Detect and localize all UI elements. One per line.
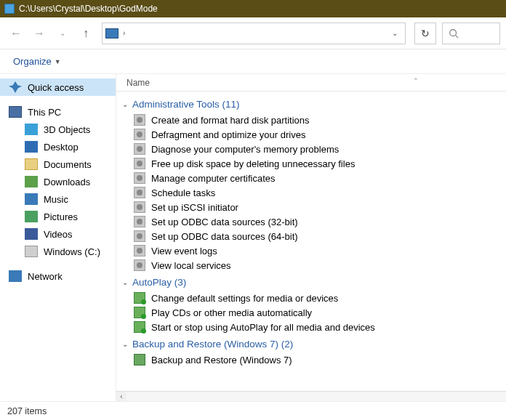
- window-icon: [4, 4, 15, 14]
- nav-label: Quick access: [28, 82, 84, 93]
- item-icon: [134, 354, 145, 366]
- item-label: Set up ODBC data sources (64-bit): [151, 231, 298, 242]
- item-icon: [134, 245, 145, 257]
- list-item[interactable]: View event logs: [121, 243, 506, 258]
- list-item[interactable]: Set up ODBC data sources (32-bit): [121, 214, 506, 229]
- downloads-icon: [25, 176, 38, 187]
- nav-this-pc[interactable]: This PC: [0, 103, 116, 121]
- nav-label: Windows (C:): [44, 246, 100, 257]
- list-item[interactable]: Change default settings for media or dev…: [121, 291, 506, 305]
- item-label: View local services: [151, 260, 231, 271]
- address-dropdown-caret[interactable]: ⌄: [387, 29, 402, 37]
- address-caret-icon: ›: [123, 29, 125, 37]
- list-item[interactable]: Start or stop using AutoPlay for all med…: [121, 320, 506, 334]
- item-label: Manage computer certificates: [151, 173, 276, 184]
- list-item[interactable]: Defragment and optimize your drives: [121, 127, 506, 142]
- nav-3d-objects[interactable]: 3D Objects: [0, 121, 116, 138]
- items-view[interactable]: ⌄Administrative Tools (11)Create and for…: [116, 92, 506, 391]
- desktop-icon: [25, 141, 38, 153]
- list-item[interactable]: Manage computer certificates: [121, 171, 506, 185]
- cube-icon: [25, 124, 38, 135]
- nav-label: Desktop: [44, 142, 79, 153]
- nav-windows-c[interactable]: Windows (C:): [0, 243, 116, 260]
- sort-caret-icon: ⌃: [413, 77, 419, 84]
- item-label: Backup and Restore (Windows 7): [151, 355, 292, 366]
- forward-button[interactable]: →: [29, 23, 49, 44]
- item-icon: [134, 172, 145, 184]
- organize-button[interactable]: Organize ▼: [9, 53, 65, 70]
- item-label: Change default settings for media or dev…: [151, 293, 338, 304]
- search-icon: [449, 28, 459, 39]
- documents-icon: [25, 158, 38, 170]
- group-name: Backup and Restore (Windows 7) (2): [132, 339, 293, 350]
- item-icon: [134, 292, 145, 304]
- list-item[interactable]: Backup and Restore (Windows 7): [121, 352, 506, 367]
- column-header-name[interactable]: Name: [126, 78, 150, 88]
- item-icon: [134, 307, 145, 318]
- nav-downloads[interactable]: Downloads: [0, 173, 116, 190]
- list-item[interactable]: Free up disk space by deleting unnecessa…: [121, 156, 506, 171]
- list-item[interactable]: Play CDs or other media automatically: [121, 305, 506, 320]
- list-item[interactable]: View local services: [121, 258, 506, 272]
- nav-label: Pictures: [44, 211, 78, 222]
- nav-label: Downloads: [44, 177, 90, 187]
- list-item[interactable]: Set up iSCSI initiator: [121, 200, 506, 214]
- list-item[interactable]: Set up ODBC data sources (64-bit): [121, 229, 506, 243]
- list-item[interactable]: Diagnose your computer's memory problems: [121, 142, 506, 156]
- item-label: Create and format hard disk partitions: [151, 115, 310, 126]
- navigation-pane: Quick access This PC 3D Objects Desktop …: [0, 74, 116, 401]
- window-title: C:\Users\Crystal\Desktop\GodMode: [19, 4, 158, 14]
- organize-label: Organize: [13, 56, 52, 67]
- scroll-track[interactable]: [126, 392, 506, 401]
- title-bar: C:\Users\Crystal\Desktop\GodMode: [0, 0, 506, 17]
- up-button[interactable]: ↑: [76, 23, 96, 44]
- search-box[interactable]: [442, 23, 500, 44]
- nav-network[interactable]: Network: [0, 267, 116, 285]
- address-bar[interactable]: › ⌄: [102, 23, 406, 44]
- pictures-icon: [25, 211, 38, 222]
- list-item[interactable]: Schedule tasks: [121, 185, 506, 200]
- navigation-toolbar: ← → ⌄ ↑ › ⌄ ↻: [0, 17, 506, 49]
- back-button[interactable]: ←: [6, 23, 26, 44]
- item-icon: [134, 114, 145, 126]
- item-label: Set up ODBC data sources (32-bit): [151, 217, 298, 227]
- nav-label: 3D Objects: [44, 124, 90, 135]
- nav-documents[interactable]: Documents: [0, 156, 116, 173]
- content-pane: Name ⌃ ⌄Administrative Tools (11)Create …: [116, 74, 506, 401]
- pc-icon: [9, 106, 22, 118]
- svg-line-1: [456, 35, 459, 38]
- horizontal-scrollbar[interactable]: ‹: [116, 391, 506, 401]
- nav-videos[interactable]: Videos: [0, 225, 116, 243]
- group-header[interactable]: ⌄AutoPlay (3): [121, 272, 506, 291]
- recent-caret[interactable]: ⌄: [52, 23, 73, 44]
- refresh-button[interactable]: ↻: [414, 23, 436, 44]
- item-icon: [134, 187, 145, 198]
- item-icon: [134, 230, 145, 242]
- item-icon: [134, 129, 145, 140]
- nav-quick-access[interactable]: Quick access: [0, 78, 116, 96]
- nav-label: This PC: [28, 107, 61, 118]
- nav-desktop[interactable]: Desktop: [0, 138, 116, 156]
- chevron-down-icon: ⌄: [121, 100, 129, 108]
- nav-music[interactable]: Music: [0, 190, 116, 208]
- item-icon: [134, 321, 145, 333]
- item-icon: [134, 216, 145, 227]
- list-item[interactable]: Create and format hard disk partitions: [121, 113, 506, 127]
- item-label: Diagnose your computer's memory problems: [151, 144, 339, 155]
- item-label: Schedule tasks: [151, 187, 215, 198]
- nav-pictures[interactable]: Pictures: [0, 208, 116, 225]
- nav-label: Network: [28, 271, 63, 282]
- videos-icon: [25, 228, 38, 240]
- network-icon: [9, 270, 22, 282]
- group-header[interactable]: ⌄Backup and Restore (Windows 7) (2): [121, 334, 506, 352]
- scroll-left-arrow[interactable]: ‹: [116, 392, 126, 400]
- status-bar: 207 items: [0, 401, 506, 420]
- item-icon: [134, 259, 145, 271]
- nav-label: Documents: [44, 159, 92, 170]
- music-icon: [25, 193, 38, 205]
- item-label: Defragment and optimize your drives: [151, 129, 305, 140]
- group-header[interactable]: ⌄Administrative Tools (11): [121, 94, 506, 113]
- item-label: Free up disk space by deleting unnecessa…: [151, 158, 355, 169]
- chevron-down-icon: ⌄: [121, 278, 129, 286]
- item-icon: [134, 201, 145, 213]
